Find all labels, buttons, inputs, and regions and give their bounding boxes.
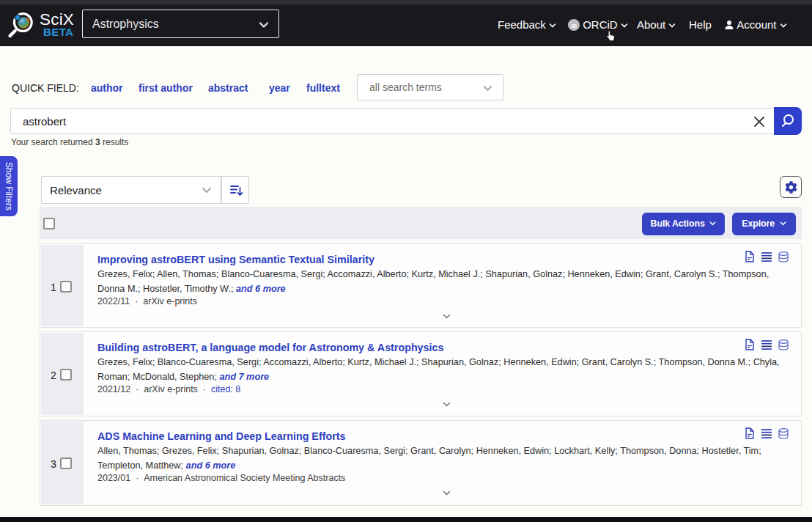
svg-text:iD: iD bbox=[571, 23, 577, 29]
